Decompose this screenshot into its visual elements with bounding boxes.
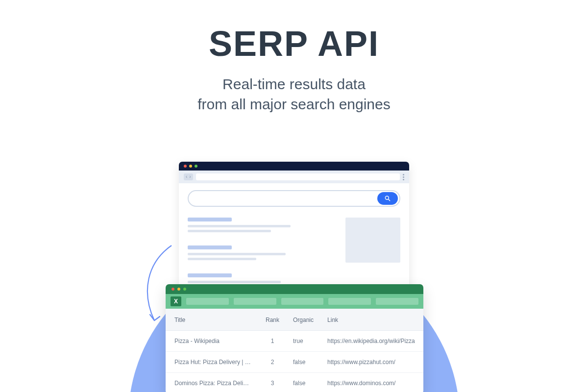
cell-rank[interactable]: 3 [259, 373, 286, 392]
window-maximize-icon[interactable] [183, 288, 186, 291]
window-minimize-icon[interactable] [177, 288, 180, 291]
column-header-title[interactable]: Title [166, 309, 259, 331]
cell-link[interactable]: https://en.wikipedia.org/wiki/Pizza [320, 331, 423, 352]
cell-title[interactable]: Dominos Pizza: Pizza Delivery & C... [166, 373, 259, 392]
more-menu-icon[interactable] [403, 174, 404, 180]
search-bar [188, 190, 400, 207]
svg-line-1 [389, 199, 390, 201]
browser-body [179, 183, 409, 299]
window-close-icon[interactable] [172, 288, 174, 291]
nav-buttons: ‹ › [184, 173, 193, 180]
search-button[interactable] [377, 192, 398, 205]
window-close-icon[interactable] [184, 165, 187, 168]
cell-organic[interactable]: false [286, 352, 320, 373]
spreadsheet-titlebar [166, 284, 423, 294]
column-header-link[interactable]: Link [320, 309, 423, 331]
cell-title[interactable]: Pizza - Wikipedia [166, 331, 259, 352]
ribbon-tab[interactable] [186, 298, 229, 305]
cell-organic[interactable]: true [286, 331, 320, 352]
window-minimize-icon[interactable] [189, 165, 192, 168]
illustration-stage: ‹ › [0, 162, 588, 392]
table-row[interactable]: Dominos Pizza: Pizza Delivery & C... 3 f… [166, 373, 423, 392]
data-table: Title Rank Organic Link Pizza - Wikipedi… [166, 309, 423, 392]
results-area [188, 218, 400, 286]
column-header-organic[interactable]: Organic [286, 309, 320, 331]
result-list [188, 218, 337, 286]
subtitle-line-1: Real-time results data [222, 76, 366, 92]
table-row[interactable]: Pizza - Wikipedia 1 true https://en.wiki… [166, 331, 423, 352]
forward-icon[interactable]: › [189, 174, 191, 179]
table-row[interactable]: Pizza Hut: Pizza Delivery | Pizza C... 2… [166, 352, 423, 373]
side-panel [345, 218, 400, 286]
url-input[interactable] [196, 173, 400, 180]
spreadsheet-ribbon: X [166, 294, 423, 309]
result-item [188, 218, 337, 235]
cell-rank[interactable]: 2 [259, 352, 286, 373]
page-title: SERP API [0, 24, 588, 64]
cell-organic[interactable]: false [286, 373, 320, 392]
window-maximize-icon[interactable] [195, 165, 197, 168]
browser-titlebar [179, 162, 409, 171]
search-icon [384, 195, 391, 202]
cell-title[interactable]: Pizza Hut: Pizza Delivery | Pizza C... [166, 352, 259, 373]
ribbon-tab[interactable] [376, 298, 418, 305]
info-panel [345, 218, 400, 263]
result-item [188, 245, 337, 263]
cell-link[interactable]: https://www.pizzahut.com/ [320, 352, 423, 373]
ribbon-tab[interactable] [328, 298, 371, 305]
back-icon[interactable]: ‹ [186, 174, 187, 179]
ribbon-tab[interactable] [234, 298, 276, 305]
subtitle-line-2: from all major search engines [197, 96, 391, 112]
excel-icon: X [171, 296, 181, 306]
spreadsheet-window: X Title Rank Organic Link Pizza - Wikipe… [166, 284, 423, 392]
page-subtitle: Real-time results data from all major se… [0, 74, 588, 114]
browser-toolbar: ‹ › [179, 171, 409, 183]
browser-window: ‹ › [179, 162, 409, 299]
table-header-row: Title Rank Organic Link [166, 309, 423, 331]
cell-rank[interactable]: 1 [259, 331, 286, 352]
ribbon-tab[interactable] [281, 298, 324, 305]
cell-link[interactable]: https://www.dominos.com/ [320, 373, 423, 392]
column-header-rank[interactable]: Rank [259, 309, 286, 331]
